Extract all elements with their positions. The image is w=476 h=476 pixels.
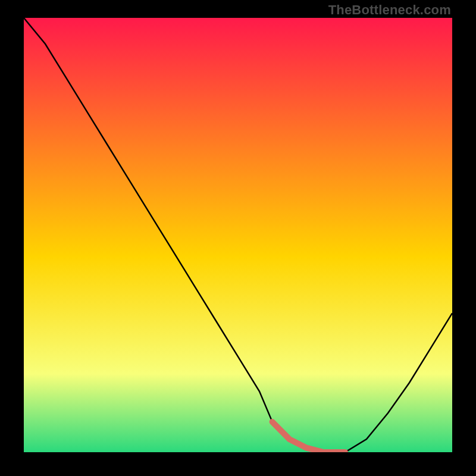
bottleneck-curve-chart bbox=[24, 18, 452, 452]
gradient-bg bbox=[24, 18, 452, 452]
chart-frame: TheBottleneck.com bbox=[0, 0, 476, 476]
plot-area bbox=[24, 18, 452, 452]
watermark-text: TheBottleneck.com bbox=[328, 2, 451, 18]
